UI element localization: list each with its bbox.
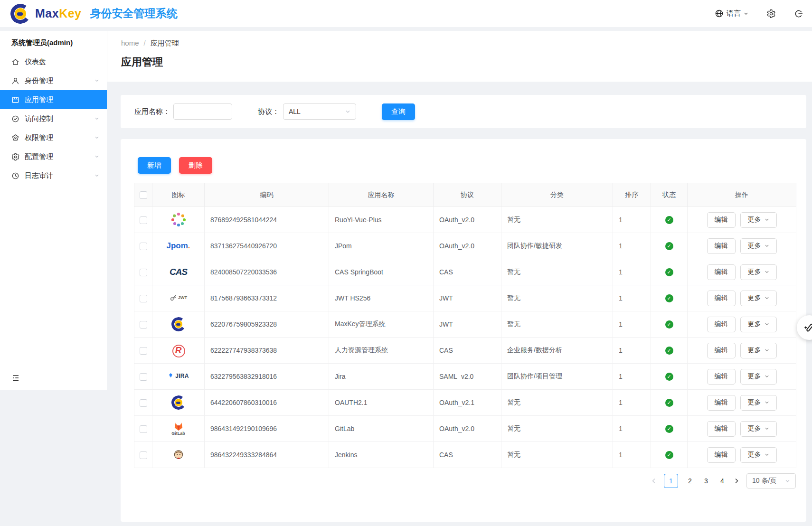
chevron-down-icon xyxy=(94,173,99,178)
sidebar-item-access[interactable]: 访问控制 xyxy=(0,109,107,128)
row-checkbox[interactable] xyxy=(140,321,147,329)
brand-name: MaxKey xyxy=(35,7,82,20)
chevron-down-icon xyxy=(94,116,99,121)
more-button[interactable]: 更多 xyxy=(740,369,777,385)
jenkins-logo xyxy=(172,454,185,462)
edit-button[interactable]: 编辑 xyxy=(707,317,736,332)
page-header-band: home/应用管理 应用管理 xyxy=(107,31,812,82)
edit-button[interactable]: 编辑 xyxy=(707,395,736,411)
app-protocol: SAML_v2.0 xyxy=(434,364,501,390)
status-enabled-icon: ✓ xyxy=(665,242,673,250)
more-button[interactable]: 更多 xyxy=(740,317,777,332)
table-row: 644220607860310016OAUTH2.1OAuth_v2.1暂无1✓… xyxy=(134,390,796,416)
more-button[interactable]: 更多 xyxy=(740,291,777,306)
pagination: 1234 10 条/页 xyxy=(651,473,796,488)
app-sort: 1 xyxy=(613,338,651,364)
breadcrumb-current: 应用管理 xyxy=(151,39,179,47)
more-button[interactable]: 更多 xyxy=(740,447,777,463)
row-checkbox[interactable] xyxy=(140,399,147,407)
app-name-input[interactable] xyxy=(173,103,232,120)
delete-button[interactable]: 删除 xyxy=(179,157,212,174)
language-selector[interactable]: 语言 xyxy=(715,9,748,18)
app-sort: 1 xyxy=(613,233,651,259)
logout-icon[interactable] xyxy=(794,9,803,19)
chevron-down-icon xyxy=(744,11,748,16)
app-code: 837136275440926720 xyxy=(205,233,329,259)
app-code: 986432249333284864 xyxy=(205,442,329,468)
more-button[interactable]: 更多 xyxy=(740,421,777,437)
row-checkbox[interactable] xyxy=(140,373,147,381)
page-button-3[interactable]: 3 xyxy=(702,477,710,485)
table-row: 986432249333284864JenkinsCAS暂无1✓编辑更多 xyxy=(134,442,796,468)
table-row: JIRA632279563832918016JiraSAML_v2.0团队协作/… xyxy=(134,364,796,390)
breadcrumb-home[interactable]: home xyxy=(121,39,139,47)
edit-button[interactable]: 编辑 xyxy=(707,447,736,463)
select-all-checkbox[interactable] xyxy=(140,191,147,199)
app-code: 632279563832918016 xyxy=(205,364,329,390)
page-button-2[interactable]: 2 xyxy=(686,477,694,485)
sidebar-item-label: 应用管理 xyxy=(25,95,99,104)
row-checkbox[interactable] xyxy=(140,243,147,250)
brand-logo[interactable]: MaxKey 身份安全管理系统 xyxy=(10,4,178,24)
col-icon: 图标 xyxy=(152,183,205,207)
audit-icon xyxy=(11,172,19,180)
sidebar-item-label: 仪表盘 xyxy=(25,57,99,66)
menu-fold-icon[interactable] xyxy=(11,374,20,382)
chevron-down-icon xyxy=(765,426,769,431)
page-button-1[interactable]: 1 xyxy=(664,474,678,488)
edit-button[interactable]: 编辑 xyxy=(707,343,736,358)
edit-button[interactable]: 编辑 xyxy=(707,291,736,306)
row-checkbox[interactable] xyxy=(140,295,147,302)
app-name: RuoYi-Vue-Plus xyxy=(329,207,434,233)
more-button[interactable]: 更多 xyxy=(740,343,777,358)
page-button-4[interactable]: 4 xyxy=(718,477,727,485)
row-checkbox[interactable] xyxy=(140,425,147,433)
app-sort: 1 xyxy=(613,207,651,233)
prev-page-button[interactable] xyxy=(651,478,657,484)
app-protocol: CAS xyxy=(434,338,501,364)
search-button[interactable]: 查询 xyxy=(382,103,415,120)
app-name: 人力资源管理系统 xyxy=(329,338,434,364)
sidebar-item-config[interactable]: 配置管理 xyxy=(0,147,107,166)
chevron-down-icon xyxy=(94,154,99,159)
gitlab-logo: GitLab xyxy=(171,425,185,432)
row-checkbox[interactable] xyxy=(140,451,147,459)
sidebar-item-permission[interactable]: 权限管理 xyxy=(0,128,107,147)
protocol-label: 协议： xyxy=(258,107,279,116)
app-protocol: OAuth_v2.0 xyxy=(434,233,501,259)
more-button[interactable]: 更多 xyxy=(740,395,777,411)
chevron-down-icon xyxy=(94,116,99,121)
add-button[interactable]: 新增 xyxy=(138,157,171,174)
more-button[interactable]: 更多 xyxy=(740,264,777,280)
page-size-select[interactable]: 10 条/页 xyxy=(746,473,796,488)
gear-icon[interactable] xyxy=(766,9,776,19)
sidebar-item-identity[interactable]: 身份管理 xyxy=(0,71,107,90)
edit-button[interactable]: 编辑 xyxy=(707,212,736,228)
row-checkbox[interactable] xyxy=(140,347,147,355)
table-row: R622227747938373638人力资源管理系统CAS企业服务/数据分析1… xyxy=(134,338,796,364)
more-button[interactable]: 更多 xyxy=(740,212,777,228)
status-enabled-icon: ✓ xyxy=(665,373,673,381)
app-category: 暂无 xyxy=(501,285,613,311)
sidebar-item-dashboard[interactable]: 仪表盘 xyxy=(0,52,107,71)
sidebar-item-audit[interactable]: 日志审计 xyxy=(0,166,107,185)
status-enabled-icon: ✓ xyxy=(665,451,673,459)
row-checkbox[interactable] xyxy=(140,216,147,224)
app-category: 暂无 xyxy=(501,311,613,338)
next-page-button[interactable] xyxy=(734,478,739,484)
maxkey-logo xyxy=(171,398,186,406)
edit-button[interactable]: 编辑 xyxy=(707,369,736,385)
app-sort: 1 xyxy=(613,311,651,338)
edit-button[interactable]: 编辑 xyxy=(707,238,736,254)
col-category: 分类 xyxy=(501,183,613,207)
more-button[interactable]: 更多 xyxy=(740,238,777,254)
app-category: 企业服务/数据分析 xyxy=(501,338,613,364)
app-protocol: CAS xyxy=(434,259,501,285)
chevron-down-icon xyxy=(765,244,769,248)
row-checkbox[interactable] xyxy=(140,269,147,276)
sidebar-item-apps[interactable]: 应用管理 xyxy=(0,90,107,109)
app-sort: 1 xyxy=(613,364,651,390)
edit-button[interactable]: 编辑 xyxy=(707,264,736,280)
protocol-select[interactable]: ALL xyxy=(283,103,356,120)
edit-button[interactable]: 编辑 xyxy=(707,421,736,437)
